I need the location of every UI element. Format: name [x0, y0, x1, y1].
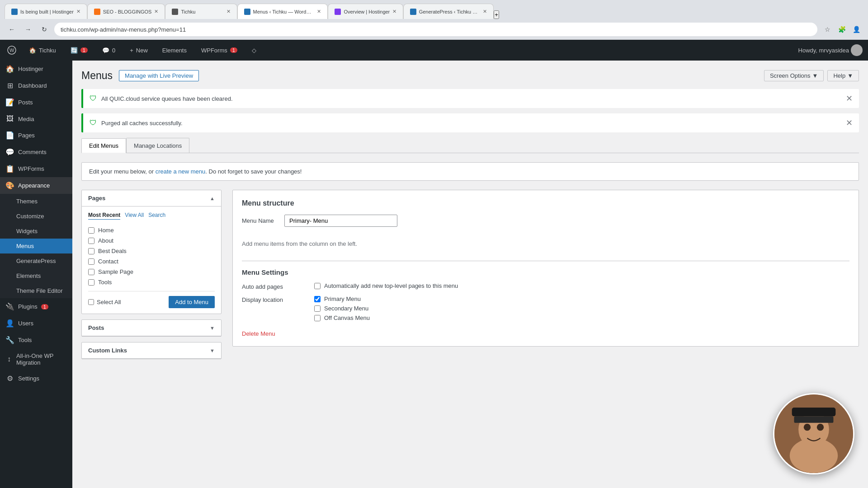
sidebar-item-wpforms[interactable]: 📋 WPForms [0, 160, 72, 177]
page-label-sample-page[interactable]: Sample Page [98, 268, 133, 275]
sidebar-item-dashboard[interactable]: ⊞ Dashboard [0, 77, 72, 94]
wpforms-label: WPForms [201, 47, 227, 54]
tools-icon: 🔧 [5, 336, 14, 344]
notice-2-close[interactable]: ✕ [846, 118, 853, 128]
posts-panel-header[interactable]: Posts ▼ [82, 320, 221, 336]
sidebar-item-comments[interactable]: 💬 Comments [0, 144, 72, 160]
browser-tab-1[interactable]: Is being built | Hostinger ✕ [5, 4, 87, 19]
profile-icon[interactable]: 👤 [850, 23, 863, 36]
sidebar-item-posts[interactable]: 📝 Posts [0, 94, 72, 111]
secondary-menu-location-label[interactable]: Secondary Menu [314, 305, 370, 312]
subtab-search[interactable]: Search [148, 212, 165, 220]
browser-tab-5[interactable]: Overview | Hostinger ✕ [328, 4, 403, 19]
tab-close-3[interactable]: ✕ [226, 9, 231, 14]
browser-tab-3[interactable]: Tichku ✕ [165, 4, 237, 19]
notice-1-close[interactable]: ✕ [846, 94, 853, 103]
sidebar-item-migration[interactable]: ↕ All-in-One WP Migration [0, 348, 72, 370]
browser-tab-6[interactable]: GeneratePress ‹ Tichku — ... ✕ [403, 4, 494, 19]
admin-avatar[interactable] [851, 44, 863, 56]
sidebar-item-elements[interactable]: Elements [0, 268, 72, 283]
themes-label: Themes [16, 198, 38, 205]
sidebar-item-themes[interactable]: Themes [0, 194, 72, 209]
subtab-most-recent[interactable]: Most Recent [88, 212, 120, 220]
address-bar[interactable] [54, 23, 817, 36]
primary-menu-location-label[interactable]: Primary Menu [314, 296, 370, 302]
menu-name-input[interactable] [284, 215, 397, 227]
sidebar-item-tools[interactable]: 🔧 Tools [0, 332, 72, 348]
sidebar-item-theme-file-editor[interactable]: Theme File Editor [0, 283, 72, 298]
tab-close-5[interactable]: ✕ [392, 9, 396, 14]
page-checkbox-best-deals[interactable] [88, 248, 94, 254]
site-name: Tichku [39, 47, 56, 54]
new-tab-button[interactable]: + [494, 10, 499, 19]
adminbar-elements[interactable]: Elements [159, 40, 190, 61]
extensions-icon[interactable]: 🧩 [835, 23, 848, 36]
sidebar-item-menus[interactable]: Menus [0, 239, 72, 253]
adminbar-updates[interactable]: 🔄 1 [67, 40, 91, 61]
offcanvas-menu-location-label[interactable]: Off Canvas Menu [314, 314, 370, 321]
sidebar-item-widgets[interactable]: Widgets [0, 224, 72, 239]
page-label-best-deals[interactable]: Best Deals [98, 248, 127, 254]
bookmark-icon[interactable]: ☆ [821, 23, 834, 36]
tab-manage-locations[interactable]: Manage Locations [126, 138, 189, 153]
custom-links-panel-header[interactable]: Custom Links ▼ [82, 343, 221, 359]
sidebar-item-customize[interactable]: Customize [0, 209, 72, 224]
page-label-about[interactable]: About [98, 237, 113, 244]
sidebar-item-settings[interactable]: ⚙ Settings [0, 370, 72, 387]
tab-close-2[interactable]: ✕ [154, 9, 158, 14]
add-to-menu-button[interactable]: Add to Menu [169, 296, 215, 308]
auto-add-text: Automatically add new top-level pages to… [324, 282, 458, 289]
help-button[interactable]: Help ▼ [827, 70, 859, 81]
tab-edit-menus[interactable]: Edit Menus [81, 138, 126, 153]
select-all-label[interactable]: Select All [88, 299, 121, 305]
secondary-menu-checkbox[interactable] [314, 305, 321, 312]
page-item-best-deals: Best Deals [88, 246, 215, 256]
sidebar-item-pages[interactable]: 📄 Pages [0, 127, 72, 144]
sidebar-item-users[interactable]: 👤 Users [0, 315, 72, 332]
screen-options-label: Screen Options [770, 72, 811, 79]
subtab-view-all[interactable]: View All [125, 212, 144, 220]
auto-add-checkbox[interactable] [314, 283, 321, 289]
page-checkbox-tools[interactable] [88, 279, 94, 286]
auto-add-checkbox-label[interactable]: Automatically add new top-level pages to… [314, 282, 458, 289]
offcanvas-menu-checkbox[interactable] [314, 315, 321, 321]
sidebar-item-plugins[interactable]: 🔌 Plugins 1 [0, 298, 72, 315]
svg-point-5 [804, 424, 811, 431]
forward-button[interactable]: → [22, 23, 34, 36]
page-checkbox-contact[interactable] [88, 258, 94, 265]
delete-menu-link[interactable]: Delete Menu [242, 330, 275, 337]
pages-panel-header[interactable]: Pages ▲ [82, 190, 221, 206]
page-label-contact[interactable]: Contact [98, 258, 118, 265]
page-checkbox-about[interactable] [88, 238, 94, 244]
sidebar-item-media[interactable]: 🖼 Media [0, 111, 72, 127]
browser-tab-2[interactable]: SEO - BLOGGINGOS ✕ [87, 4, 165, 19]
update-icon: 🔄 [71, 47, 78, 54]
adminbar-site[interactable]: 🏠 Tichku [25, 40, 60, 61]
page-checkbox-home[interactable] [88, 227, 94, 234]
wp-logo[interactable]: W [5, 44, 18, 56]
sidebar-wpforms-label: WPForms [18, 165, 44, 172]
tab-close-1[interactable]: ✕ [76, 9, 80, 14]
adminbar-diamond[interactable]: ◇ [248, 40, 260, 61]
page-label-tools[interactable]: Tools [98, 279, 112, 286]
reload-button[interactable]: ↻ [38, 23, 51, 36]
browser-tab-4[interactable]: Menus ‹ Tichku — WordPre... ✕ [237, 4, 328, 19]
page-label-home[interactable]: Home [98, 227, 114, 234]
tab-close-6[interactable]: ✕ [483, 9, 487, 14]
back-button[interactable]: ← [5, 23, 18, 36]
sidebar-item-generatepress[interactable]: GeneratePress [0, 253, 72, 268]
live-preview-button[interactable]: Manage with Live Preview [119, 70, 199, 81]
sidebar-item-appearance[interactable]: 🎨 Appearance [0, 177, 72, 194]
adminbar-wpforms[interactable]: WPForms 1 [198, 40, 241, 61]
select-all-checkbox[interactable] [88, 299, 94, 305]
sidebar-pages-label: Pages [18, 132, 35, 139]
adminbar-comments[interactable]: 💬 0 [99, 40, 119, 61]
primary-menu-location-text: Primary Menu [324, 296, 361, 302]
create-new-menu-link[interactable]: create a new menu [156, 168, 206, 175]
screen-options-button[interactable]: Screen Options ▼ [764, 70, 824, 81]
primary-menu-checkbox[interactable] [314, 296, 321, 302]
tab-close-4[interactable]: ✕ [317, 9, 321, 14]
sidebar-item-hostinger[interactable]: 🏠 Hostinger [0, 61, 72, 77]
adminbar-new[interactable]: + New [126, 40, 151, 61]
page-checkbox-sample-page[interactable] [88, 269, 94, 275]
